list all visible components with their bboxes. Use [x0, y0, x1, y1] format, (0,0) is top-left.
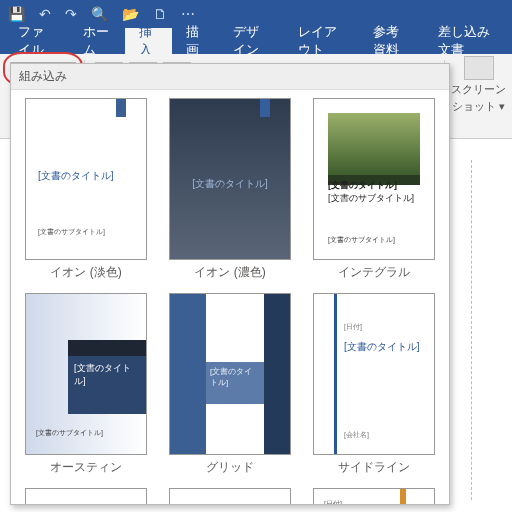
thumbnail-caption: イオン (濃色) [194, 264, 265, 281]
tab-insert[interactable]: 挿入 [125, 28, 172, 54]
gallery-item-ion-light[interactable]: [文書のタイトル] [文書のサブタイトル] イオン (淡色) [23, 98, 149, 281]
thumbnail-caption: インテグラル [338, 264, 410, 281]
tab-references[interactable]: 参考資料 [359, 28, 424, 54]
thumbnail-preview [169, 488, 291, 504]
gallery-item-sideline[interactable]: [日付] [文書のタイトル] [会社名] サイドライン [311, 293, 437, 476]
undo-icon[interactable]: ↶ [37, 7, 53, 21]
thumbnail-preview: [文書のタイトル] [25, 488, 147, 504]
tab-draw[interactable]: 描画 [172, 28, 219, 54]
thumbnail-preview: [文書のタイトル] [文書のサブタイトル] [25, 98, 147, 260]
thumbnail-preview: [日付] [文書のタイトル] [会社名] [313, 293, 435, 455]
thumbnail-caption: イオン (淡色) [50, 264, 121, 281]
gallery-item[interactable]: [日付] [311, 488, 437, 504]
gallery-item[interactable] [167, 488, 293, 504]
camera-icon [464, 56, 494, 80]
gallery-item-ion-dark[interactable]: [文書のタイトル] イオン (濃色) [167, 98, 293, 281]
document-edge [471, 160, 512, 500]
cover-page-gallery: 組み込み [文書のタイトル] [文書のサブタイトル] イオン (淡色) [文書の… [10, 63, 450, 505]
save-icon[interactable]: 💾 [6, 7, 27, 21]
thumbnail-preview: [文書のタイトル] [169, 293, 291, 455]
thumbnail-preview: [日付] [313, 488, 435, 504]
screenshot-label-2: ショット ▾ [452, 99, 505, 114]
qat-more-icon[interactable]: ⋯ [179, 7, 197, 21]
tab-home[interactable]: ホーム [69, 28, 125, 54]
gallery-section-header: 組み込み [11, 64, 449, 90]
new-icon[interactable]: 🗋 [151, 7, 169, 21]
tab-mailings[interactable]: 差し込み文書 [424, 28, 508, 54]
thumbnail-caption: グリッド [206, 459, 254, 476]
thumbnail-preview: [文書のタイトル][文書のサブタイトル] [文書のサブタイトル] [313, 98, 435, 260]
gallery-item-grid[interactable]: [文書のタイトル] グリッド [167, 293, 293, 476]
screenshot-label-1: スクリーン [451, 82, 506, 97]
screenshot-button[interactable]: スクリーン ショット ▾ [445, 54, 512, 138]
tab-layout[interactable]: レイアウト [284, 28, 359, 54]
gallery-item-integral[interactable]: [文書のタイトル][文書のサブタイトル] [文書のサブタイトル] インテグラル [311, 98, 437, 281]
gallery-item-austin[interactable]: [文書のタイトル] [文書のサブタイトル] オースティン [23, 293, 149, 476]
thumbnail-caption: オースティン [50, 459, 122, 476]
tab-design[interactable]: デザイン [219, 28, 284, 54]
gallery-item[interactable]: [文書のタイトル] [23, 488, 149, 504]
redo-icon[interactable]: ↷ [63, 7, 79, 21]
thumbnail-caption: サイドライン [338, 459, 410, 476]
open-icon[interactable]: 📂 [120, 7, 141, 21]
ribbon-tabs: ファイル ホーム 挿入 描画 デザイン レイアウト 参考資料 差し込み文書 [0, 28, 512, 54]
tab-file[interactable]: ファイル [4, 28, 69, 54]
gallery-body[interactable]: [文書のタイトル] [文書のサブタイトル] イオン (淡色) [文書のタイトル]… [11, 90, 449, 504]
zoom-icon[interactable]: 🔍 [89, 7, 110, 21]
thumbnail-preview: [文書のタイトル] [169, 98, 291, 260]
thumbnail-preview: [文書のタイトル] [文書のサブタイトル] [25, 293, 147, 455]
